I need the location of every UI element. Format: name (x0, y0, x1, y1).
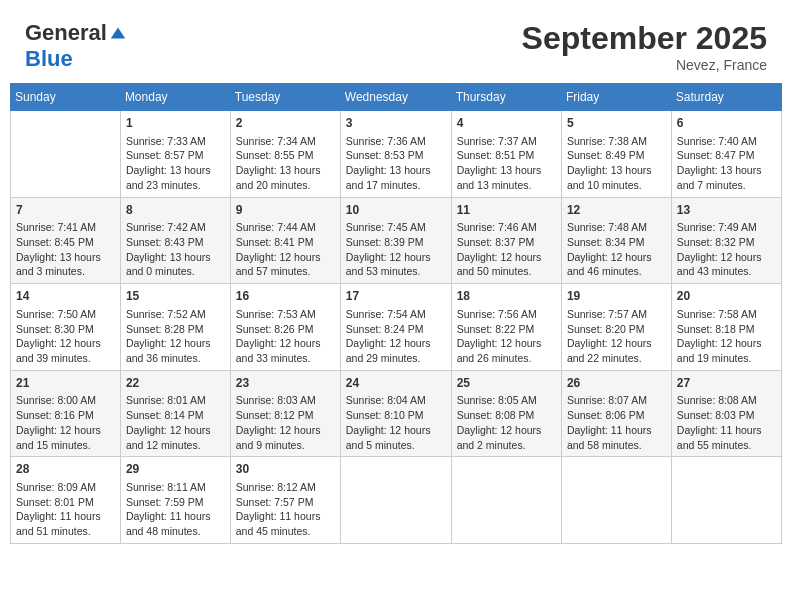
calendar-cell: 29Sunrise: 8:11 AMSunset: 7:59 PMDayligh… (120, 457, 230, 544)
calendar-cell: 28Sunrise: 8:09 AMSunset: 8:01 PMDayligh… (11, 457, 121, 544)
calendar-cell: 2Sunrise: 7:34 AMSunset: 8:55 PMDaylight… (230, 111, 340, 198)
calendar-week-3: 14Sunrise: 7:50 AMSunset: 8:30 PMDayligh… (11, 284, 782, 371)
logo: General Blue (25, 20, 127, 72)
calendar-cell: 11Sunrise: 7:46 AMSunset: 8:37 PMDayligh… (451, 197, 561, 284)
day-number: 23 (236, 375, 335, 392)
calendar-cell: 8Sunrise: 7:42 AMSunset: 8:43 PMDaylight… (120, 197, 230, 284)
day-number: 18 (457, 288, 556, 305)
calendar-cell: 20Sunrise: 7:58 AMSunset: 8:18 PMDayligh… (671, 284, 781, 371)
weekday-header-monday: Monday (120, 84, 230, 111)
calendar-cell (671, 457, 781, 544)
month-title: September 2025 (522, 20, 767, 57)
day-number: 22 (126, 375, 225, 392)
logo-icon (109, 24, 127, 42)
day-number: 21 (16, 375, 115, 392)
day-number: 29 (126, 461, 225, 478)
calendar-cell: 19Sunrise: 7:57 AMSunset: 8:20 PMDayligh… (561, 284, 671, 371)
day-number: 26 (567, 375, 666, 392)
calendar-cell: 7Sunrise: 7:41 AMSunset: 8:45 PMDaylight… (11, 197, 121, 284)
calendar-body: 1Sunrise: 7:33 AMSunset: 8:57 PMDaylight… (11, 111, 782, 544)
calendar-cell: 18Sunrise: 7:56 AMSunset: 8:22 PMDayligh… (451, 284, 561, 371)
day-number: 17 (346, 288, 446, 305)
day-info: Sunrise: 7:44 AMSunset: 8:41 PMDaylight:… (236, 220, 335, 279)
day-number: 20 (677, 288, 776, 305)
calendar-cell (11, 111, 121, 198)
day-info: Sunrise: 7:45 AMSunset: 8:39 PMDaylight:… (346, 220, 446, 279)
day-number: 12 (567, 202, 666, 219)
calendar-cell: 14Sunrise: 7:50 AMSunset: 8:30 PMDayligh… (11, 284, 121, 371)
calendar-cell: 4Sunrise: 7:37 AMSunset: 8:51 PMDaylight… (451, 111, 561, 198)
weekday-header-sunday: Sunday (11, 84, 121, 111)
day-number: 3 (346, 115, 446, 132)
calendar-cell: 9Sunrise: 7:44 AMSunset: 8:41 PMDaylight… (230, 197, 340, 284)
day-info: Sunrise: 7:36 AMSunset: 8:53 PMDaylight:… (346, 134, 446, 193)
day-info: Sunrise: 7:37 AMSunset: 8:51 PMDaylight:… (457, 134, 556, 193)
day-info: Sunrise: 7:34 AMSunset: 8:55 PMDaylight:… (236, 134, 335, 193)
calendar-cell: 16Sunrise: 7:53 AMSunset: 8:26 PMDayligh… (230, 284, 340, 371)
day-info: Sunrise: 7:46 AMSunset: 8:37 PMDaylight:… (457, 220, 556, 279)
day-info: Sunrise: 8:09 AMSunset: 8:01 PMDaylight:… (16, 480, 115, 539)
calendar-cell: 17Sunrise: 7:54 AMSunset: 8:24 PMDayligh… (340, 284, 451, 371)
day-info: Sunrise: 7:48 AMSunset: 8:34 PMDaylight:… (567, 220, 666, 279)
calendar-cell: 30Sunrise: 8:12 AMSunset: 7:57 PMDayligh… (230, 457, 340, 544)
day-info: Sunrise: 7:58 AMSunset: 8:18 PMDaylight:… (677, 307, 776, 366)
day-info: Sunrise: 7:38 AMSunset: 8:49 PMDaylight:… (567, 134, 666, 193)
logo-blue-text: Blue (25, 46, 73, 71)
calendar-cell (561, 457, 671, 544)
day-number: 8 (126, 202, 225, 219)
calendar-week-5: 28Sunrise: 8:09 AMSunset: 8:01 PMDayligh… (11, 457, 782, 544)
calendar-cell: 13Sunrise: 7:49 AMSunset: 8:32 PMDayligh… (671, 197, 781, 284)
calendar-cell: 6Sunrise: 7:40 AMSunset: 8:47 PMDaylight… (671, 111, 781, 198)
calendar-table: SundayMondayTuesdayWednesdayThursdayFrid… (10, 83, 782, 544)
day-info: Sunrise: 8:05 AMSunset: 8:08 PMDaylight:… (457, 393, 556, 452)
title-block: September 2025 Nevez, France (522, 20, 767, 73)
calendar-cell: 26Sunrise: 8:07 AMSunset: 8:06 PMDayligh… (561, 370, 671, 457)
day-number: 24 (346, 375, 446, 392)
calendar-cell (451, 457, 561, 544)
day-number: 27 (677, 375, 776, 392)
weekday-header-saturday: Saturday (671, 84, 781, 111)
calendar-header: SundayMondayTuesdayWednesdayThursdayFrid… (11, 84, 782, 111)
day-info: Sunrise: 7:54 AMSunset: 8:24 PMDaylight:… (346, 307, 446, 366)
day-info: Sunrise: 8:00 AMSunset: 8:16 PMDaylight:… (16, 393, 115, 452)
day-info: Sunrise: 7:49 AMSunset: 8:32 PMDaylight:… (677, 220, 776, 279)
calendar-cell: 10Sunrise: 7:45 AMSunset: 8:39 PMDayligh… (340, 197, 451, 284)
day-number: 28 (16, 461, 115, 478)
calendar-cell: 1Sunrise: 7:33 AMSunset: 8:57 PMDaylight… (120, 111, 230, 198)
weekday-header-wednesday: Wednesday (340, 84, 451, 111)
day-number: 16 (236, 288, 335, 305)
calendar-cell: 12Sunrise: 7:48 AMSunset: 8:34 PMDayligh… (561, 197, 671, 284)
logo-general-text: General (25, 20, 107, 46)
day-number: 4 (457, 115, 556, 132)
day-number: 1 (126, 115, 225, 132)
day-info: Sunrise: 7:53 AMSunset: 8:26 PMDaylight:… (236, 307, 335, 366)
day-number: 19 (567, 288, 666, 305)
calendar-cell: 3Sunrise: 7:36 AMSunset: 8:53 PMDaylight… (340, 111, 451, 198)
calendar-week-1: 1Sunrise: 7:33 AMSunset: 8:57 PMDaylight… (11, 111, 782, 198)
day-info: Sunrise: 8:12 AMSunset: 7:57 PMDaylight:… (236, 480, 335, 539)
day-info: Sunrise: 7:50 AMSunset: 8:30 PMDaylight:… (16, 307, 115, 366)
day-number: 25 (457, 375, 556, 392)
calendar-cell: 23Sunrise: 8:03 AMSunset: 8:12 PMDayligh… (230, 370, 340, 457)
day-number: 10 (346, 202, 446, 219)
day-info: Sunrise: 7:41 AMSunset: 8:45 PMDaylight:… (16, 220, 115, 279)
calendar-cell: 24Sunrise: 8:04 AMSunset: 8:10 PMDayligh… (340, 370, 451, 457)
calendar-week-2: 7Sunrise: 7:41 AMSunset: 8:45 PMDaylight… (11, 197, 782, 284)
day-number: 7 (16, 202, 115, 219)
day-info: Sunrise: 7:57 AMSunset: 8:20 PMDaylight:… (567, 307, 666, 366)
calendar-cell (340, 457, 451, 544)
calendar-cell: 27Sunrise: 8:08 AMSunset: 8:03 PMDayligh… (671, 370, 781, 457)
day-info: Sunrise: 7:42 AMSunset: 8:43 PMDaylight:… (126, 220, 225, 279)
calendar-cell: 21Sunrise: 8:00 AMSunset: 8:16 PMDayligh… (11, 370, 121, 457)
day-info: Sunrise: 8:07 AMSunset: 8:06 PMDaylight:… (567, 393, 666, 452)
calendar-week-4: 21Sunrise: 8:00 AMSunset: 8:16 PMDayligh… (11, 370, 782, 457)
calendar-cell: 22Sunrise: 8:01 AMSunset: 8:14 PMDayligh… (120, 370, 230, 457)
day-number: 5 (567, 115, 666, 132)
weekday-header-thursday: Thursday (451, 84, 561, 111)
page-header: General Blue September 2025 Nevez, Franc… (10, 10, 782, 78)
day-info: Sunrise: 7:52 AMSunset: 8:28 PMDaylight:… (126, 307, 225, 366)
day-info: Sunrise: 8:01 AMSunset: 8:14 PMDaylight:… (126, 393, 225, 452)
day-info: Sunrise: 8:11 AMSunset: 7:59 PMDaylight:… (126, 480, 225, 539)
day-number: 11 (457, 202, 556, 219)
day-number: 2 (236, 115, 335, 132)
